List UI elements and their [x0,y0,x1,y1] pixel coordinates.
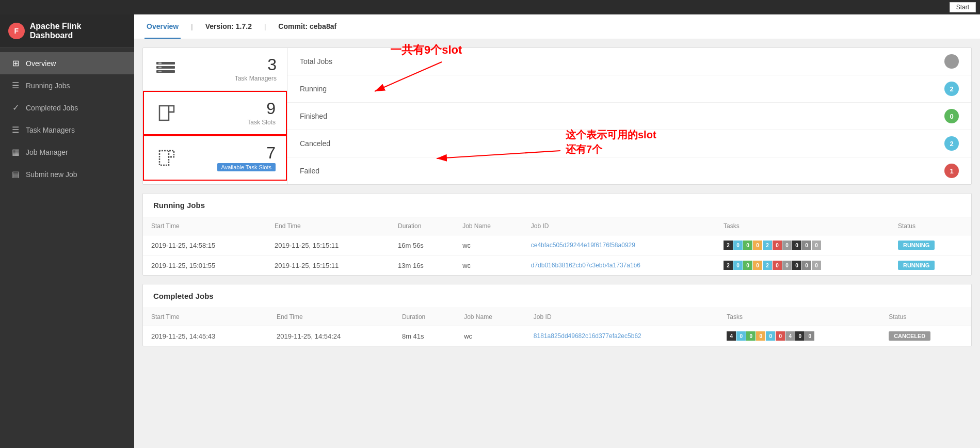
tab-commit[interactable]: Commit: ceba8af [276,15,339,39]
total-jobs-badge [944,54,959,69]
cell-status: RUNNING [890,235,971,255]
stat-card-available-slots: 7 Available Task Slots [143,135,287,181]
start-button[interactable]: Start [950,2,976,12]
cell-job-name: wc [454,235,523,255]
task-counter-7: 0 [792,241,801,250]
cell-end-time: 2019-11-25, 15:15:11 [266,255,390,276]
sidebar-item-overview-label: Overview [26,59,56,68]
task-counter-8: 0 [802,261,811,270]
cell-job-id: 8181a825dd49682c16d377efa2ec5b62 [525,326,718,346]
task-counter-5: 0 [773,241,782,250]
task-counter-1: 0 [733,261,743,270]
cell-job-name: wc [456,326,525,346]
sidebar-item-overview[interactable]: ⊞ Overview [0,52,134,74]
app-layout: F Apache Flink Dashboard ⊞ Overview ☰ Ru… [0,14,980,448]
cell-start-time: 2019-11-25, 15:01:55 [143,255,266,276]
task-slots-stat-icon [154,103,179,123]
tab-version[interactable]: Version: 1.7.2 [203,15,254,39]
job-stat-canceled: Canceled 2 [287,130,971,157]
overview-icon: ⊞ [10,58,21,68]
sidebar-item-running-jobs-label: Running Jobs [26,82,70,90]
col-cj-tasks: Tasks [718,308,880,326]
job-stat-failed: Failed 1 [287,157,971,184]
completed-jobs-title: Completed Jobs [143,284,971,308]
status-badge: RUNNING [898,241,935,250]
job-stat-running: Running 2 [287,75,971,103]
available-slots-stat-icon [154,148,179,168]
col-end-time: End Time [266,217,390,235]
job-stat-total: Total Jobs [287,48,971,75]
header-tabs: Overview | Version: 1.7.2 | Commit: ceba… [134,14,980,39]
stats-wrapper: 3 Task Managers [142,47,972,185]
col-cj-job-name: Job Name [456,308,525,326]
sidebar-item-task-managers-label: Task Managers [26,126,75,134]
col-cj-start-time: Start Time [143,308,268,326]
stat-card-task-slots: 9 Task Slots [143,91,287,135]
col-cj-end-time: End Time [268,308,394,326]
sidebar-item-task-managers[interactable]: ☰ Task Managers [0,119,134,141]
table-row[interactable]: 2019-11-25, 14:58:15 2019-11-25, 15:15:1… [143,235,971,255]
task-counter-2: 0 [743,241,752,250]
sidebar-item-completed-jobs[interactable]: ✓ Completed Jobs [0,97,134,119]
submit-job-icon: ▤ [10,169,21,179]
task-counter-3: 0 [753,261,762,270]
sidebar-logo: F Apache Flink Dashboard [0,14,134,48]
stats-section: 3 Task Managers [142,47,972,185]
sidebar-item-running-jobs[interactable]: ☰ Running Jobs [0,74,134,97]
cell-start-time: 2019-11-25, 14:58:15 [143,235,266,255]
task-counter-0: 2 [724,241,733,250]
task-counter-6: 4 [785,331,795,341]
task-slots-label: Task Slots [187,119,276,126]
cell-job-name: wc [454,255,523,276]
task-counter-4: 2 [763,241,772,250]
finished-jobs-badge: 0 [944,109,959,123]
table-row[interactable]: 2019-11-25, 15:01:55 2019-11-25, 15:15:1… [143,255,971,276]
main-content: Overview | Version: 1.7.2 | Commit: ceba… [134,14,980,448]
sidebar: F Apache Flink Dashboard ⊞ Overview ☰ Ru… [0,14,134,448]
sidebar-item-submit-job[interactable]: ▤ Submit new Job [0,163,134,185]
task-managers-stat-icon [153,59,178,79]
running-jobs-section: Running Jobs Start Time End Time Duratio… [142,193,972,276]
cell-tasks: 2000200000 [715,235,890,255]
sidebar-item-job-manager-label: Job Manager [26,148,68,156]
cell-duration: 16m 56s [390,235,454,255]
failed-jobs-badge: 1 [944,164,959,178]
canceled-jobs-label: Canceled [300,139,330,148]
sidebar-item-job-manager[interactable]: ▦ Job Manager [0,141,134,163]
stats-right: Total Jobs Running 2 Finished 0 Canc [287,48,971,184]
stats-left: 3 Task Managers [143,48,287,184]
task-slots-stat-info: 9 Task Slots [187,100,276,126]
task-counter-3: 0 [753,241,762,250]
task-counter-0: 2 [724,261,733,270]
task-managers-icon: ☰ [10,125,21,135]
col-status: Status [890,217,971,235]
col-job-name: Job Name [454,217,523,235]
running-jobs-label: Running [300,85,327,93]
flink-logo-icon: F [8,23,25,39]
sidebar-item-completed-jobs-label: Completed Jobs [26,104,78,112]
task-slots-count: 9 [187,100,276,117]
svg-rect-5 [158,71,162,72]
task-managers-count: 3 [186,56,277,73]
tab-overview[interactable]: Overview [144,15,181,39]
available-slots-label: Available Task Slots [217,163,276,171]
task-counter-8: 0 [802,241,811,250]
cell-end-time: 2019-11-25, 14:54:24 [268,326,394,346]
job-manager-icon: ▦ [10,147,21,157]
task-counter-2: 0 [743,261,752,270]
sidebar-item-submit-job-label: Submit new Job [26,170,77,179]
col-duration: Duration [390,217,454,235]
running-jobs-icon: ☰ [10,81,21,90]
col-cj-status: Status [880,308,971,326]
completed-jobs-section: Completed Jobs Start Time End Time Durat… [142,284,972,346]
cell-end-time: 2019-11-25, 15:15:11 [266,235,390,255]
task-counter-7: 0 [792,261,801,270]
cell-status: RUNNING [890,255,971,276]
table-row[interactable]: 2019-11-25, 14:45:43 2019-11-25, 14:54:2… [143,326,971,346]
cell-duration: 13m 16s [390,255,454,276]
col-tasks: Tasks [715,217,890,235]
top-bar: Start [0,0,980,14]
task-counter-1: 0 [733,241,743,250]
cell-start-time: 2019-11-25, 14:45:43 [143,326,268,346]
running-jobs-title: Running Jobs [143,194,971,217]
